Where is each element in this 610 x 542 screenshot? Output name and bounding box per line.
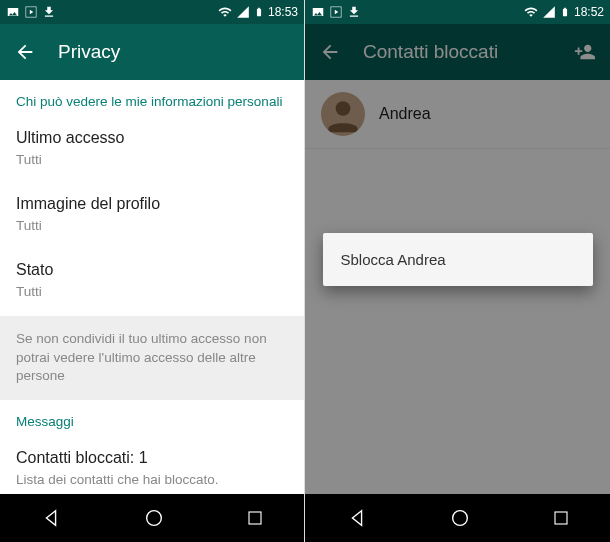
nav-back-icon[interactable]	[346, 507, 368, 529]
download-icon	[347, 5, 361, 19]
page-title: Privacy	[58, 41, 120, 63]
wifi-icon	[218, 5, 232, 19]
clock-text: 18:52	[574, 5, 604, 19]
panorama-icon	[6, 5, 20, 19]
item-title: Ultimo accesso	[16, 129, 288, 147]
play-icon	[329, 5, 343, 19]
item-profile-photo[interactable]: Immagine del profilo Tutti	[0, 183, 304, 249]
svg-rect-4	[555, 512, 567, 524]
item-title: Immagine del profilo	[16, 195, 288, 213]
download-icon	[42, 5, 56, 19]
phone-privacy: 18:53 Privacy Chi può vedere le mie info…	[0, 0, 305, 542]
back-arrow-icon[interactable]	[14, 41, 36, 63]
svg-rect-1	[249, 512, 261, 524]
nav-bar	[305, 494, 610, 542]
nav-back-icon[interactable]	[40, 507, 62, 529]
item-last-seen[interactable]: Ultimo accesso Tutti	[0, 117, 304, 183]
item-sub: Tutti	[16, 217, 288, 235]
dialog-option-unblock[interactable]: Sblocca Andrea	[341, 251, 575, 268]
svg-point-3	[452, 511, 467, 526]
nav-recent-icon[interactable]	[246, 509, 264, 527]
item-sub: Lista dei contatti che hai bloccato.	[16, 471, 288, 489]
svg-point-0	[147, 511, 162, 526]
item-sub: Tutti	[16, 151, 288, 169]
wifi-icon	[524, 5, 538, 19]
item-title: Contatti bloccati: 1	[16, 449, 288, 467]
signal-icon	[236, 5, 250, 19]
nav-bar	[0, 494, 304, 542]
privacy-content: Chi può vedere le mie informazioni perso…	[0, 80, 304, 494]
unblock-dialog: Sblocca Andrea	[323, 233, 593, 286]
app-bar: Privacy	[0, 24, 304, 80]
item-blocked-contacts[interactable]: Contatti bloccati: 1 Lista dei contatti …	[0, 437, 304, 494]
item-title: Stato	[16, 261, 288, 279]
last-seen-note: Se non condividi il tuo ultimo accesso n…	[0, 316, 304, 401]
section-messages: Messaggi	[0, 400, 304, 437]
panorama-icon	[311, 5, 325, 19]
item-status[interactable]: Stato Tutti	[0, 249, 304, 315]
nav-home-icon[interactable]	[143, 507, 165, 529]
section-personal-info: Chi può vedere le mie informazioni perso…	[0, 80, 304, 117]
item-sub: Tutti	[16, 283, 288, 301]
battery-icon	[560, 5, 570, 19]
status-bar: 18:53	[0, 0, 304, 24]
status-bar: 18:52	[305, 0, 610, 24]
phone-blocked: 18:52 Contatti bloccati Andrea Sblocca A…	[305, 0, 610, 542]
battery-icon	[254, 5, 264, 19]
nav-home-icon[interactable]	[449, 507, 471, 529]
signal-icon	[542, 5, 556, 19]
play-icon	[24, 5, 38, 19]
clock-text: 18:53	[268, 5, 298, 19]
nav-recent-icon[interactable]	[552, 509, 570, 527]
dialog-scrim[interactable]: Sblocca Andrea	[305, 24, 610, 494]
